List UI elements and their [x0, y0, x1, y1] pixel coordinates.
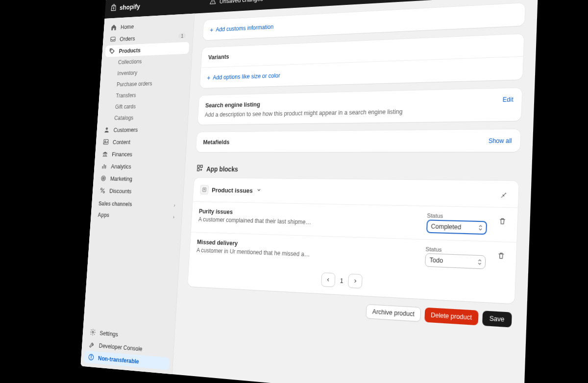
alert-icon	[210, 0, 217, 6]
svg-rect-10	[105, 165, 106, 168]
svg-point-14	[100, 188, 102, 190]
variants-card: Variants + Add options like size or colo…	[200, 34, 524, 88]
sidebar-item-label: Content	[113, 139, 131, 145]
metafields-card: Metafields Show all	[196, 129, 521, 152]
home-icon	[111, 24, 117, 31]
sidebar-item-label: Marketing	[110, 175, 133, 182]
svg-point-20	[91, 356, 92, 356]
seo-title: Search engine listing	[205, 101, 261, 109]
chevron-right-icon: ›	[173, 214, 174, 219]
sidebar-item-label: Home	[121, 23, 134, 30]
sidebar-item-label: Developer Console	[98, 342, 143, 352]
delete-issue-button[interactable]	[494, 248, 508, 263]
inbox-icon	[110, 36, 116, 43]
sidebar-item-label: Gift cards	[115, 103, 136, 110]
svg-rect-9	[103, 165, 104, 169]
section-label: Apps	[98, 212, 109, 218]
sidebar-item-customers[interactable]: Customers	[99, 123, 184, 136]
section-label: Sales channels	[98, 200, 132, 207]
sidebar-item-label: Purchase orders	[117, 80, 152, 88]
sidebar-item-content[interactable]: Content	[98, 136, 183, 148]
sidebar-item-discounts[interactable]: Discounts	[96, 185, 181, 198]
page-number: 1	[340, 277, 343, 285]
select-caret-icon	[477, 258, 482, 265]
sales-channels-section[interactable]: Sales channels ›	[95, 197, 180, 210]
sidebar-item-purchase-orders[interactable]: Purchase orders	[103, 77, 187, 90]
sidebar-item-catalogs[interactable]: Catalogs	[100, 112, 185, 124]
svg-rect-21	[197, 165, 199, 167]
blocks-icon	[196, 164, 204, 173]
metafields-title: Metafields	[203, 139, 230, 146]
select-caret-icon	[478, 224, 483, 231]
brand-logo: S shopify	[110, 1, 141, 12]
status-select[interactable]: Todo	[425, 253, 486, 269]
pin-button[interactable]	[496, 187, 511, 201]
status-value: Completed	[431, 223, 461, 231]
appblock-name: Product issues	[212, 186, 253, 194]
sidebar-item-label: Inventory	[117, 70, 137, 76]
status-label: Status	[427, 213, 488, 220]
sidebar-item-label: Customers	[113, 126, 138, 133]
percent-icon	[99, 187, 106, 194]
delete-product-button[interactable]: Delete product	[424, 308, 478, 326]
sidebar-item-gift-cards[interactable]: Gift cards	[101, 100, 186, 113]
sidebar-item-finances[interactable]: Finances	[98, 148, 183, 160]
status-select[interactable]: Completed	[426, 219, 487, 235]
info-icon	[88, 353, 95, 361]
add-customs-label: Add customs information	[216, 24, 274, 33]
sidebar-item-label: Collections	[118, 58, 142, 66]
svg-point-13	[103, 178, 103, 179]
add-variant-option-button[interactable]: + Add options like size or color	[207, 72, 280, 82]
unsaved-changes-label: Unsaved changes	[220, 0, 264, 4]
target-icon	[100, 175, 106, 182]
svg-text:S: S	[113, 7, 115, 10]
sidebar-item-label: Analytics	[111, 163, 131, 169]
app-blocks-title: App blocks	[206, 165, 238, 173]
sidebar-item-label: Products	[119, 47, 141, 54]
sidebar-item-label: Non-transferable	[98, 354, 139, 364]
metafields-showall-button[interactable]: Show all	[489, 137, 512, 144]
sidebar-item-label: Finances	[112, 151, 132, 158]
sidebar-item-label: Settings	[99, 329, 118, 337]
seo-card: Search engine listing Edit Add a descrip…	[197, 88, 522, 124]
seo-description: Add a description to see how this produc…	[204, 106, 513, 118]
svg-rect-8	[102, 166, 103, 168]
page-prev-button[interactable]	[321, 272, 336, 287]
status-value: Todo	[429, 257, 443, 264]
svg-point-4	[111, 49, 111, 50]
svg-point-7	[105, 141, 106, 142]
sidebar-item-analytics[interactable]: Analytics	[97, 160, 182, 172]
add-customs-button[interactable]: + Add customs information	[210, 23, 274, 34]
chevron-right-icon: ›	[173, 203, 175, 208]
sidebar-item-label: Orders	[120, 35, 135, 42]
svg-point-17	[92, 331, 94, 333]
svg-point-15	[103, 191, 104, 193]
svg-point-2	[213, 2, 213, 3]
archive-product-button[interactable]: Archive product	[366, 304, 421, 322]
gear-icon	[90, 328, 97, 336]
image-icon	[102, 138, 109, 145]
svg-line-16	[101, 189, 104, 192]
sidebar-item-label: Discounts	[109, 187, 132, 194]
chevron-down-icon[interactable]	[256, 187, 261, 194]
seo-edit-button[interactable]: Edit	[503, 96, 514, 103]
apps-section[interactable]: Apps ›	[94, 208, 179, 221]
save-button-bottom[interactable]: Save	[482, 311, 512, 327]
add-variant-label: Add options like size or color	[213, 72, 280, 81]
orders-badge: 1	[178, 33, 186, 39]
delete-issue-button[interactable]	[495, 214, 510, 228]
product-issues-appblock: Product issues Purity issues A customer …	[188, 178, 519, 304]
shopify-bag-icon: S	[110, 3, 118, 12]
svg-rect-22	[200, 165, 202, 167]
page-next-button[interactable]	[347, 274, 362, 288]
sidebar-item-transfers[interactable]: Transfers	[102, 89, 187, 101]
sidebar-item-label: Transfers	[116, 92, 136, 99]
bank-icon	[102, 150, 108, 158]
plus-icon: +	[207, 74, 211, 81]
sidebar-item-marketing[interactable]: Marketing	[96, 172, 181, 185]
svg-point-5	[106, 127, 108, 130]
sidebar-item-label: Catalogs	[114, 115, 134, 121]
bars-icon	[101, 163, 107, 170]
app-icon	[200, 185, 209, 194]
tag-icon	[109, 48, 115, 55]
